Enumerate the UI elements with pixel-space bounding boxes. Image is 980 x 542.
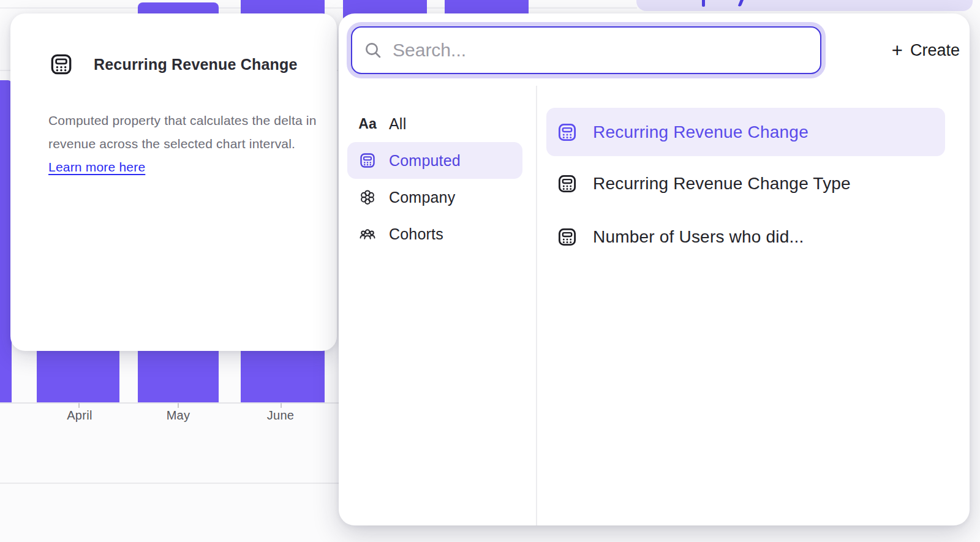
text-aa-icon: Aa — [358, 116, 377, 132]
calculator-icon — [556, 121, 578, 143]
results-column: Recurring Revenue Change Recurring Reven… — [537, 86, 970, 525]
screen: April May June Recurring Revenue Change … — [0, 0, 980, 542]
tooltip-description: Computed property that calculates the de… — [48, 109, 330, 179]
learn-more-link[interactable]: Learn more here — [48, 160, 145, 174]
calculator-icon — [358, 151, 377, 170]
filter-all[interactable]: Aa All — [347, 105, 522, 142]
axis-tick-may — [178, 403, 179, 408]
filter-label: Company — [389, 189, 455, 206]
calculator-icon — [556, 226, 578, 248]
search-box — [351, 26, 821, 74]
calculator-icon — [556, 173, 578, 195]
result-label: Recurring Revenue Change Type — [593, 174, 851, 194]
x-axis-line — [0, 402, 341, 404]
property-tooltip-card: Recurring Revenue Change Computed proper… — [10, 13, 337, 351]
filter-label: All — [389, 115, 406, 133]
result-recurring-revenue-change-type[interactable]: Recurring Revenue Change Type — [546, 159, 945, 208]
tooltip-description-text: Computed property that calculates the de… — [48, 113, 317, 151]
cohorts-icon — [358, 225, 377, 243]
chip-text-fragment — [738, 0, 744, 7]
x-label-june: June — [244, 408, 317, 423]
x-label-april: April — [43, 408, 116, 423]
result-recurring-revenue-change[interactable]: Recurring Revenue Change — [546, 108, 945, 156]
background-property-chip[interactable] — [636, 0, 973, 11]
plus-icon: + — [892, 41, 903, 60]
property-picker-panel: + Create Aa All — [339, 13, 970, 525]
create-button[interactable]: + Create — [892, 41, 960, 60]
axis-tick-june — [281, 403, 282, 408]
search-input[interactable] — [393, 40, 809, 61]
filter-column: Aa All Computed — [339, 86, 536, 525]
create-button-label: Create — [910, 41, 960, 60]
tooltip-title: Recurring Revenue Change — [94, 56, 298, 73]
result-label: Number of Users who did... — [593, 227, 804, 247]
filter-label: Cohorts — [389, 225, 443, 243]
search-focus-ring — [347, 22, 826, 78]
x-label-may: May — [141, 408, 215, 423]
filter-computed[interactable]: Computed — [347, 142, 522, 179]
search-icon — [363, 40, 383, 60]
search-row: + Create — [347, 22, 960, 78]
filter-cohorts[interactable]: Cohorts — [347, 216, 522, 252]
chart-card-divider — [0, 483, 339, 484]
result-number-of-users[interactable]: Number of Users who did... — [546, 213, 945, 261]
axis-tick-april — [78, 403, 80, 408]
chip-text-fragment — [702, 0, 705, 7]
panel-body: Aa All Computed — [339, 86, 970, 525]
result-label: Recurring Revenue Change — [593, 122, 809, 142]
company-icon — [358, 188, 377, 206]
calculator-icon — [48, 51, 74, 77]
filter-label: Computed — [389, 152, 461, 170]
filter-company[interactable]: Company — [347, 179, 522, 216]
